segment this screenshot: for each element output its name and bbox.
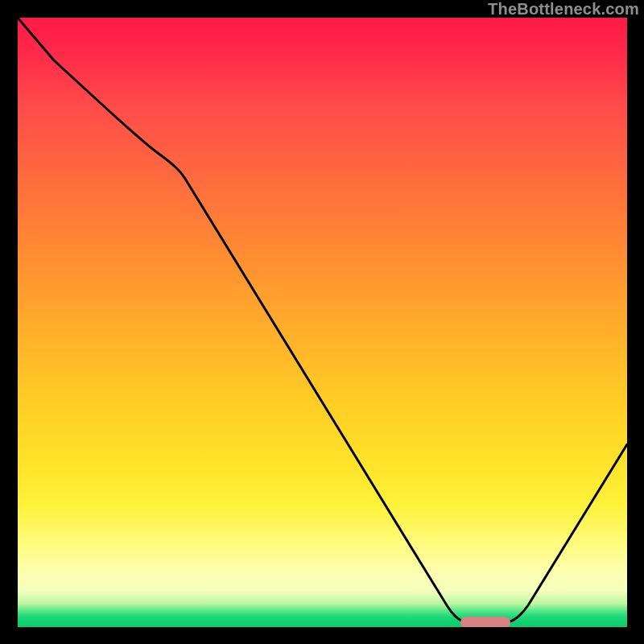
chart-stage: TheBottleneck.com — [0, 0, 644, 644]
curve-layer — [18, 18, 627, 627]
watermark-text: TheBottleneck.com — [488, 0, 639, 19]
plot-area — [18, 18, 627, 627]
bottleneck-curve-path — [18, 18, 627, 623]
bottleneck-marker — [460, 617, 510, 627]
